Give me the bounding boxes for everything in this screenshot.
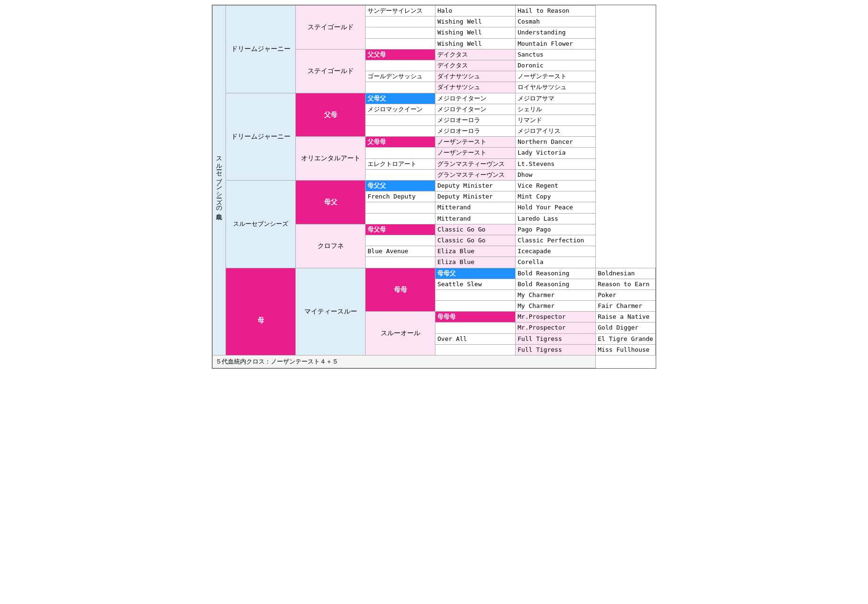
gen5-northern-taste: ノーザンテースト <box>516 71 596 82</box>
gen4-halo: Halo <box>435 6 516 17</box>
gen5-laredo-lass: Laredo Lass <box>516 213 596 224</box>
gen5-mejiro-asama: メジロアサマ <box>516 93 596 104</box>
gen5-fair-charmer: Fair Charmer <box>596 301 655 312</box>
gen5-classic-perfection: Classic Perfection <box>516 235 596 246</box>
gen4-mejiro-teitan: メジロテイターン <box>435 93 516 104</box>
gen4-mejiro-aurora: メジロオーロラ <box>435 115 516 125</box>
gen3-e15 <box>435 301 516 312</box>
gen4-full-tigress2: Full Tigress <box>516 344 596 355</box>
gen4-mitterand2: Mitterand <box>435 213 516 224</box>
gen4-diktus: デイクタス <box>435 49 516 60</box>
gen3-e17 <box>435 344 516 355</box>
gen3-e4 <box>366 60 435 71</box>
gen3-header-hahahahhahaha: 母母母 <box>435 312 516 323</box>
gen5-dhow: Dhow <box>516 169 596 180</box>
gen5-hail-to-reason: Hail to Reason <box>516 6 596 17</box>
gen3-e7 <box>366 126 435 137</box>
gen3-golden-sash: ゴールデンサッシュ <box>366 71 435 82</box>
gen5-lady-victoria: Lady Victoria <box>516 148 596 158</box>
gen4-full-tigress: Full Tigress <box>516 333 596 344</box>
gen3-blue-avenue: Blue Avenue <box>366 246 435 257</box>
gen2-stay-gold: ステイゴールド <box>296 6 366 50</box>
gen5-el-tigre-grande: El Tigre Grande <box>596 333 655 344</box>
gen1-dream-journey: ドリームジャーニー <box>226 6 296 93</box>
gen4-mitterand: Mitterand <box>435 202 516 213</box>
gen3-header-hahachichichichi-b: 母父父 <box>366 181 435 191</box>
gen3-header-hahahahhaha: 父母母 <box>366 137 435 148</box>
gen4-gran-stevens2: グランマスティーヴンス <box>435 169 516 180</box>
gen5-raise-a-native: Raise a Native <box>596 312 655 323</box>
gen5-gold-digger: Gold Digger <box>596 323 655 333</box>
gen5-mountain-flower: Mountain Flower <box>516 38 596 49</box>
gen4-mejiro-teitan2: メジロテイターン <box>435 104 516 115</box>
gen3-sunday-silence: サンデーサイレンス <box>366 6 435 17</box>
gen2-oriental-art: オリエンタルアート <box>296 137 366 181</box>
gen3-over-all: Over All <box>435 333 516 344</box>
gen5-miss-fullhouse: Miss Fullhouse <box>596 344 655 355</box>
gen3-french-deputy: French Deputy <box>366 191 435 202</box>
gen5-doronic: Doronic <box>516 60 596 71</box>
gen4-my-charmer2: My Charmer <box>516 301 596 312</box>
gen3-e14 <box>435 290 516 300</box>
gen5-cosmah: Cosmah <box>516 17 596 27</box>
gen4-northern-taste: ノーザンテースト <box>435 137 516 148</box>
footer-text: ５代血統内クロス：ノーザンテースト４＋５ <box>213 356 596 368</box>
gen4-mr-prospector2: Mr.Prospector <box>516 323 596 333</box>
gen4-gran-stevens: グランマスティーヴンス <box>435 158 516 169</box>
gen5-cheri: シェリル <box>516 104 596 115</box>
gen4-classic-gogo2: Classic Go Go <box>435 235 516 246</box>
gen3-seattle-slew: Seattle Slew <box>435 279 516 290</box>
gen4-mr-prospector: Mr.Prospector <box>516 312 596 323</box>
gen5-hold-your-peace: Hold Your Peace <box>516 202 596 213</box>
gen2-header-hahachichi: 父母 <box>296 93 366 137</box>
gen5-poker: Poker <box>596 290 655 300</box>
gen3-header-chichihaha: 父父母 <box>366 49 435 60</box>
gen4-deputy-minister2: Deputy Minister <box>435 191 516 202</box>
gen5-mejiro-iris: メジロアイリス <box>516 126 596 137</box>
gen4-deputy-minister: Deputy Minister <box>435 181 516 191</box>
gen4-mejiro-aurora2: メジロオーロラ <box>435 126 516 137</box>
gen3-e10 <box>366 202 435 213</box>
gen3-e2 <box>366 27 435 38</box>
gen3-e16 <box>435 323 516 333</box>
gen5-rimando: リマンド <box>516 115 596 125</box>
gen5-reason-to-earn: Reason to Earn <box>596 279 655 290</box>
gen3-e13 <box>366 257 435 268</box>
gen2-slew-all: スルーオール <box>366 312 435 356</box>
main-vertical-label: スルーセブンシーズの血統 <box>213 6 226 356</box>
gen3-e11 <box>366 213 435 224</box>
gen5-northern-dancer: Northern Dancer <box>516 137 596 148</box>
gen1-header-haha: 母 <box>226 268 296 356</box>
gen3-e1 <box>366 17 435 27</box>
gen3-e5 <box>366 82 435 93</box>
gen4-bold-reasoning: Bold Reasoning <box>516 268 596 279</box>
gen4-dyna: ダイナサツシュ <box>435 71 516 82</box>
gen3-header-hahahahhaha-b: 母父母 <box>366 224 435 235</box>
gen1-dream-journey2: ドリームジャーニー <box>226 93 296 181</box>
gen4-eliza-blue: Eliza Blue <box>435 246 516 257</box>
gen1-mighty-slew: マイティースルー <box>296 268 366 356</box>
gen4-wishing-well: Wishing Well <box>435 17 516 27</box>
gen4-northern-taste2: ノーザンテースト <box>435 148 516 158</box>
gen3-header-hahahahachichi: 母母父 <box>435 268 516 279</box>
gen5-icecapade: Icecapade <box>516 246 596 257</box>
gen3-e6 <box>366 115 435 125</box>
pedigree-table: スルーセブンシーズの血統 ドリームジャーニー ステイゴールド サンデーサイレンス… <box>212 5 656 369</box>
gen1-slew-seven-seeds: スルーセブンシーズ <box>226 181 296 268</box>
gen5-corella: Corella <box>516 257 596 268</box>
gen5-boldnesian: Boldnesian <box>596 268 655 279</box>
gen5-royal-satsushu: ロイヤルサツシュ <box>516 82 596 93</box>
gen5-vice-regent: Vice Regent <box>516 181 596 191</box>
gen3-e9 <box>366 169 435 180</box>
gen4-bold-reasoning2: Bold Reasoning <box>516 279 596 290</box>
gen5-pago-pago: Pago Pago <box>516 224 596 235</box>
gen4-eliza-blue2: Eliza Blue <box>435 257 516 268</box>
gen5-understanding: Understanding <box>516 27 596 38</box>
gen2-stay-gold-b: ステイゴールド <box>296 49 366 93</box>
gen4-diktus2: デイクタス <box>435 60 516 71</box>
gen4-my-charmer: My Charmer <box>516 290 596 300</box>
gen2-header-hahahaha: 母母 <box>366 268 435 312</box>
gen3-header-hahachichichichi: 父母父 <box>366 93 435 104</box>
gen5-lt-stevens: Lt.Stevens <box>516 158 596 169</box>
gen3-e3 <box>366 38 435 49</box>
